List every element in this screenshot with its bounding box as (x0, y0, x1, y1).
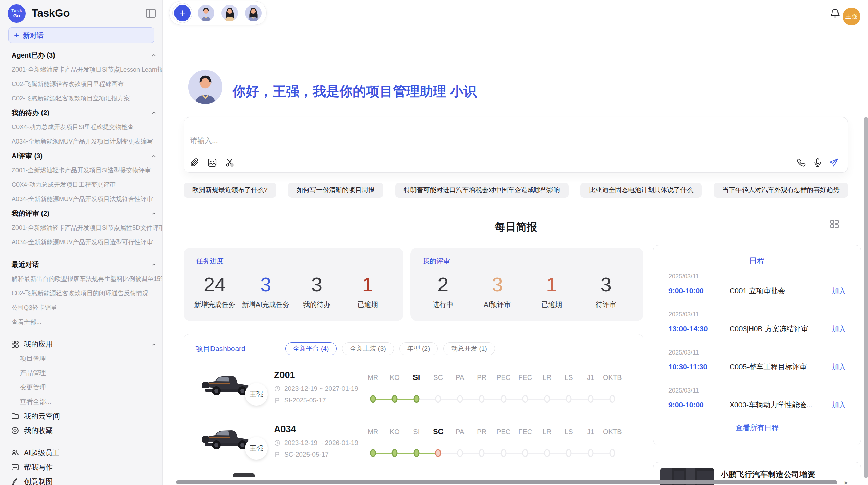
suggestion-chips: 欧洲新规最近颁布了什么?如何写一份清晰的项目周报特朗普可能对进口汽车增税会对中国… (184, 183, 848, 198)
my-review-card: 我的评审2进行中3AI预评审1已逾期3待评审 (410, 248, 643, 321)
dashboard-tab[interactable]: 全新平台 (4) (285, 342, 337, 355)
view-all-apps[interactable]: 查看全部... (0, 395, 162, 409)
project-name: A034 (274, 424, 296, 435)
send-icon[interactable] (829, 157, 840, 168)
sidebar-item-creative-drawing[interactable]: 创意制图 (0, 474, 162, 485)
attachment-icon[interactable] (189, 157, 200, 168)
milestone-label: KO (390, 373, 400, 382)
recent-chat-item[interactable]: 解释最新出台的欧盟报废车法规再生塑料比例被调至15%... (0, 272, 162, 286)
milestone: J1 (580, 373, 602, 403)
suggestion-chip[interactable]: 比亚迪全固态电池计划具体说了什么 (580, 183, 702, 198)
vertical-scrollbar (864, 117, 868, 478)
stat-cell: 3AI预评审 (470, 269, 525, 315)
sidebar-item[interactable]: C02-飞腾新能源轻客改款项目立项汇报方案 (0, 91, 162, 105)
image-icon[interactable] (207, 157, 218, 168)
dashboard-tab[interactable]: 动总开发 (1) (443, 342, 495, 355)
sidebar-item[interactable]: Z001-全新燃油皮卡产品开发项目SI节点Lesson Learn报告 (0, 62, 162, 77)
suggestion-chip[interactable]: 如何写一份清晰的项目周报 (288, 183, 383, 198)
sidebar-item-help-me-write[interactable]: 帮我写作 (0, 460, 162, 474)
join-meeting-link[interactable]: 加入 (832, 286, 846, 296)
voice-call-icon[interactable] (796, 157, 807, 168)
project-flag-text: SI-2025-05-17 (284, 397, 326, 404)
sidebar-divider (0, 333, 162, 333)
sidebar-item[interactable]: A034-全新新能源MUV产品开发项目法规符合性评审 (0, 192, 162, 206)
sidebar-item[interactable]: Z001-全新燃油轻卡产品开发项目SI节点属性5D文件评审 (0, 221, 162, 235)
composer-right-icons (796, 157, 840, 168)
sidebar-section-header[interactable]: 最近对话 (0, 257, 162, 272)
stat-cell: 3我的待办 (291, 269, 342, 315)
milestone-dot (501, 449, 506, 457)
app-sub-item[interactable]: 产品管理 (0, 366, 162, 380)
project-dates: 2023-12-19 ~ 2026-01-19 (274, 439, 358, 447)
conversation-tabs-pill: + (169, 1, 267, 25)
join-meeting-link[interactable]: 加入 (832, 362, 846, 372)
milestone-label: PEC (496, 373, 510, 382)
project-row[interactable]: 王强Z0012023-12-19 ~ 2027-01-19SI-2025-05-… (184, 363, 643, 417)
message-composer (184, 117, 848, 173)
scissors-icon[interactable] (224, 157, 235, 168)
schedule-row: 13:00-14:30C003|H0B-方案冻结评审加入 (668, 324, 846, 334)
notification-bell-icon[interactable] (830, 8, 840, 19)
stat-grid: 24新增完成任务3新增AI完成任务3我的待办1已逾期 (189, 269, 393, 315)
project-row[interactable]: 王强A0342023-12-19 ~ 2026-01-19SC-2025-05-… (184, 417, 643, 471)
app-sub-item[interactable]: 变更管理 (0, 380, 162, 395)
project-owner-badge: 王强 (245, 437, 268, 460)
sidebar-collapse-icon[interactable] (146, 9, 156, 18)
join-meeting-link[interactable]: 加入 (832, 324, 846, 334)
sidebar-item-my-apps[interactable]: 我的应用 (0, 337, 162, 351)
sidebar-item[interactable]: A034-全新新能源MUV产品开发项目计划变更表编写 (0, 134, 162, 149)
dashboard-tab[interactable]: 全新上装 (3) (342, 342, 394, 355)
sidebar-header: Task Go TaskGo (0, 3, 162, 23)
view-all-schedule-link[interactable]: 查看所有日程 (668, 418, 846, 433)
flag-icon (274, 451, 281, 458)
conversation-avatar[interactable] (198, 5, 214, 21)
new-chat-button[interactable]: + 新对话 (8, 27, 154, 43)
microphone-icon[interactable] (812, 157, 823, 168)
view-all-recent[interactable]: 查看全部... (0, 315, 162, 329)
sidebar-item-favorites[interactable]: 我的收藏 (0, 423, 162, 438)
milestone-dot-zone (427, 449, 449, 457)
milestone: MR (362, 373, 384, 403)
recent-chat-item[interactable]: C02-飞腾新能源轻客改款项目的闭环通告反馈情况 (0, 286, 162, 300)
suggestion-chip[interactable]: 欧洲新规最近颁布了什么? (184, 183, 276, 198)
chevron-up-icon (151, 110, 156, 115)
milestone-label: LR (543, 427, 552, 436)
schedule-meeting-title: X003-车辆动力学性能验... (730, 400, 832, 410)
sidebar-section-header[interactable]: Agent已办 (3) (0, 48, 162, 62)
milestone: PR (471, 427, 493, 457)
sidebar-item[interactable]: C02-飞腾新能源轻客改款项目里程碑画布 (0, 77, 162, 91)
sidebar-item[interactable]: Z001-全新燃油轻卡产品开发项目SI造型提交物评审 (0, 163, 162, 177)
sidebar-section-header[interactable]: 我的评审 (2) (0, 206, 162, 221)
brief-layout-grid-icon[interactable] (830, 219, 839, 229)
message-input[interactable] (190, 136, 602, 145)
vertical-scrollbar-thumb[interactable] (864, 117, 868, 478)
milestone-dot-zone (536, 395, 558, 403)
recent-chat-item[interactable]: 公司Q3轻卡销量 (0, 300, 162, 315)
milestone-dot-zone (362, 395, 384, 403)
sidebar-item[interactable]: A034-全新新能源MUV产品开发项目造型可行性评审 (0, 235, 162, 249)
user-avatar[interactable]: 王强 (843, 8, 860, 25)
suggestion-chip[interactable]: 特朗普可能对进口汽车增税会对中国车企造成哪些影响 (395, 183, 569, 198)
milestone: SI (406, 427, 427, 457)
join-meeting-link[interactable]: 加入 (832, 400, 846, 410)
milestone-dot (588, 449, 593, 457)
sidebar-item[interactable]: C0X4-动力总成开发项目SI里程碑提交物检查 (0, 120, 162, 134)
add-conversation-button[interactable]: + (174, 5, 191, 21)
sidebar-item-ai-super-staff[interactable]: AI超级员工 (0, 446, 162, 460)
project-flag: SI-2025-05-17 (274, 397, 326, 404)
sidebar-item[interactable]: C0X4-动力总成开发项目工程变更评审 (0, 177, 162, 192)
scroll-right-arrow[interactable]: ▶ (845, 480, 848, 485)
horizontal-scrollbar-thumb[interactable] (176, 480, 837, 484)
dashboard-tab[interactable]: 年型 (2) (399, 342, 438, 355)
section-title: AI评审 (3) (12, 149, 43, 163)
sidebar-section-header[interactable]: 我的待办 (2) (0, 105, 162, 120)
app-sub-item[interactable]: 项目管理 (0, 351, 162, 366)
sidebar-item-cloud-space[interactable]: 我的云空间 (0, 409, 162, 423)
project-dashboard-card: 项目Dashboard 全新平台 (4)全新上装 (3)年型 (2)动总开发 (… (184, 334, 643, 485)
conversation-avatar[interactable] (245, 5, 262, 21)
conversation-avatar[interactable] (221, 5, 238, 21)
suggestion-chip[interactable]: 当下年轻人对汽车外观有怎样的喜好趋势 (714, 183, 848, 198)
sidebar-section-header[interactable]: AI评审 (3) (0, 149, 162, 163)
milestone-dot (501, 395, 506, 403)
folder-icon (11, 412, 20, 421)
